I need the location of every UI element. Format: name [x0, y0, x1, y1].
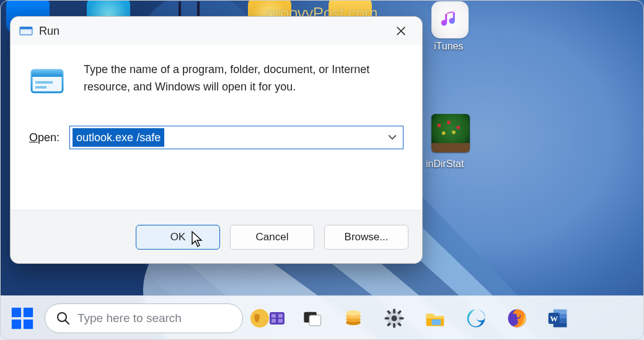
svg-rect-6	[12, 307, 21, 316]
firefox-icon	[506, 307, 528, 329]
svg-rect-26	[393, 308, 395, 313]
svg-rect-3	[32, 70, 63, 77]
svg-rect-14	[271, 314, 276, 318]
svg-rect-16	[271, 319, 276, 323]
svg-rect-19	[309, 315, 321, 325]
desktop-icon-itunes[interactable]	[431, 1, 469, 38]
svg-text:W: W	[550, 314, 558, 323]
folder-icon	[424, 307, 446, 329]
open-combobox[interactable]: outlook.exe /safe	[69, 126, 404, 149]
music-note-icon	[438, 8, 462, 32]
dialog-button-bar: OK Cancel Browse...	[11, 210, 422, 263]
film-reel-icon	[267, 308, 288, 329]
browse-button[interactable]: Browse...	[324, 225, 408, 250]
coins-app-button[interactable]	[341, 306, 366, 331]
task-view-icon	[302, 308, 323, 329]
svg-rect-27	[393, 323, 395, 328]
svg-rect-34	[432, 319, 441, 325]
svg-rect-9	[24, 319, 33, 328]
svg-rect-15	[278, 314, 283, 318]
edge-icon	[465, 307, 487, 329]
svg-rect-7	[24, 307, 33, 316]
titlebar[interactable]: Run	[11, 17, 422, 45]
browse-button-label: Browse...	[345, 231, 389, 243]
cancel-button-label: Cancel	[256, 231, 289, 243]
open-label: Open:	[29, 131, 60, 144]
svg-rect-17	[278, 319, 283, 323]
svg-line-11	[66, 320, 69, 324]
svg-rect-28	[385, 317, 389, 320]
desktop-icon-label: iTunes	[434, 41, 463, 52]
coins-icon	[343, 308, 364, 329]
svg-rect-1	[20, 27, 32, 30]
svg-rect-29	[399, 317, 404, 320]
close-icon	[396, 26, 406, 36]
close-button[interactable]	[389, 21, 413, 41]
svg-point-23	[346, 310, 361, 316]
settings-button[interactable]	[382, 306, 407, 331]
svg-point-25	[392, 315, 397, 321]
dialog-description: Type the name of a program, folder, docu…	[84, 61, 404, 100]
word-button[interactable]: W	[545, 306, 570, 331]
widgets-button[interactable]	[249, 308, 284, 329]
desktop-icon-label: inDirStat	[426, 159, 464, 170]
task-view-button[interactable]	[300, 306, 325, 331]
run-large-icon	[29, 64, 65, 100]
search-placeholder: Type here to search	[77, 312, 182, 325]
taskbar: Type here to search	[0, 295, 644, 340]
open-input-value[interactable]: outlook.exe /safe	[73, 128, 164, 147]
run-dialog: Run T	[10, 16, 423, 264]
edge-button[interactable]	[464, 306, 488, 331]
svg-rect-5	[35, 86, 46, 89]
start-button[interactable]	[5, 301, 40, 336]
ok-button[interactable]: OK	[136, 225, 220, 250]
desktop-icon-windirstat[interactable]	[431, 114, 470, 152]
firefox-button[interactable]	[505, 306, 529, 331]
chevron-down-icon[interactable]	[388, 132, 397, 143]
ok-button-label: OK	[170, 231, 186, 243]
word-icon: W	[547, 307, 569, 329]
start-icon	[9, 305, 35, 331]
svg-rect-8	[12, 319, 21, 328]
dialog-title: Run	[39, 25, 60, 38]
file-explorer-button[interactable]	[423, 306, 448, 331]
search-icon	[56, 312, 70, 325]
svg-rect-4	[35, 81, 53, 84]
gear-icon	[383, 307, 405, 329]
taskbar-search[interactable]: Type here to search	[45, 303, 243, 333]
run-window-icon	[19, 25, 33, 37]
cancel-button[interactable]: Cancel	[230, 225, 314, 250]
